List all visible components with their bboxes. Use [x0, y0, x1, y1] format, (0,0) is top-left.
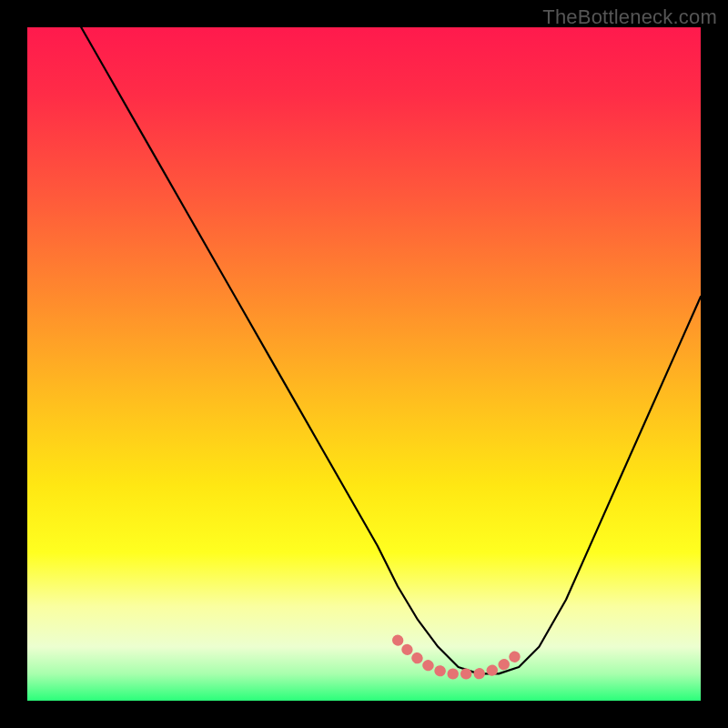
optimal-zone-markers — [398, 640, 519, 673]
plot-area — [27, 27, 701, 701]
chart-frame: TheBottleneck.com — [0, 0, 728, 728]
curve-layer — [27, 27, 701, 701]
bottleneck-curve — [81, 27, 701, 673]
watermark-text: TheBottleneck.com — [542, 5, 717, 29]
